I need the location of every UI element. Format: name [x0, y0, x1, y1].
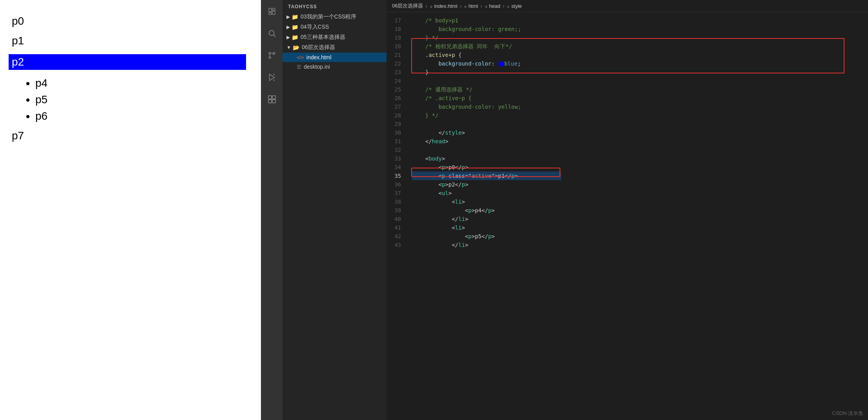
- svg-rect-13: [272, 96, 275, 99]
- sidebar: TAOHYCSS ▶ 📁 03我的第一个CSS程序 ▶ 📁 04导入CSS ▶ …: [283, 0, 387, 420]
- svg-rect-2: [272, 11, 275, 15]
- folder-label: 03我的第一个CSS程序: [301, 13, 356, 20]
- preview-p5: p5: [35, 93, 249, 106]
- svg-rect-0: [269, 8, 272, 12]
- line-26: 26: [394, 94, 401, 102]
- line-31: 31: [394, 137, 401, 146]
- code-area[interactable]: 17 18 19 20 21 22 23 24 25 26 27 28 29 3…: [387, 12, 868, 420]
- breadcrumb: 06层次选择器 › ⬦ index.html › ⬦ html › ⬦ head…: [387, 0, 868, 12]
- code-line-25: /* 通用选择器 */: [412, 85, 868, 94]
- svg-rect-14: [268, 100, 271, 103]
- code-line-32: [412, 146, 868, 154]
- code-line-20: /* 相邻兄弟选择器 同年 向下*/: [412, 42, 868, 51]
- line-21: 21: [394, 51, 401, 59]
- activity-bar: [261, 0, 283, 420]
- preview-p7: p7: [12, 130, 249, 142]
- svg-rect-1: [272, 8, 275, 10]
- folder-arrow: ▶: [286, 14, 290, 20]
- file-label: index.html: [306, 54, 332, 60]
- line-25: 25: [394, 85, 401, 94]
- source-control-icon[interactable]: [264, 48, 279, 63]
- preview-ul: p4 p5 p6: [35, 77, 249, 122]
- svg-point-4: [269, 31, 274, 36]
- file-label: desktop.ini: [304, 64, 330, 70]
- preview-p6: p6: [35, 110, 249, 122]
- svg-rect-12: [268, 96, 271, 99]
- html-file-icon: </>: [297, 55, 304, 60]
- line-29: 29: [394, 120, 401, 128]
- search-icon[interactable]: [264, 26, 279, 41]
- code-line-39: <p>p4</p>: [412, 206, 868, 215]
- line-41: 41: [394, 223, 401, 232]
- code-line-27: background-color: yellow;: [412, 102, 868, 111]
- line-32: 32: [394, 146, 401, 154]
- code-line-21: .active+p {: [412, 51, 868, 59]
- svg-marker-9: [269, 74, 274, 81]
- preview-p1: p1: [12, 35, 249, 47]
- svg-rect-15: [272, 100, 275, 103]
- folder-arrow-open: ▼: [286, 45, 291, 50]
- line-17: 17: [394, 16, 401, 25]
- code-line-24: [412, 77, 868, 85]
- line-43: 43: [394, 241, 401, 249]
- breadcrumb-sep-3: ›: [480, 3, 482, 9]
- preview-p4: p4: [35, 77, 249, 89]
- code-line-23: }: [412, 68, 868, 77]
- breadcrumb-sep-2: ›: [460, 3, 461, 9]
- preview-p0: p0: [12, 15, 249, 27]
- code-line-35: <p class="active">p1</p>: [412, 172, 561, 180]
- line-33: 33: [394, 154, 401, 163]
- line-27: 27: [394, 102, 401, 111]
- line-40: 40: [394, 215, 401, 223]
- sidebar-folder-06[interactable]: ▼ 📂 06层次选择器: [283, 42, 387, 53]
- sidebar-folder-04[interactable]: ▶ 📁 04导入CSS: [283, 22, 387, 32]
- code-line-42: <p>p5</p>: [412, 232, 868, 241]
- line-18: 18: [394, 25, 401, 33]
- extensions-icon[interactable]: [264, 92, 279, 107]
- breadcrumb-part-4: ⬦ head: [485, 3, 501, 9]
- code-line-17: /* body>p1: [412, 16, 868, 25]
- file-desktop-ini[interactable]: ☰ desktop.ini: [283, 62, 387, 71]
- svg-point-6: [269, 52, 271, 54]
- breadcrumb-part-1: 06层次选择器: [392, 2, 423, 9]
- code-line-38: <li>: [412, 197, 868, 206]
- folder-open-icon: 📂: [293, 44, 299, 51]
- preview-p2: p2: [9, 54, 246, 70]
- line-36: 36: [394, 180, 401, 189]
- breadcrumb-sep-4: ›: [503, 3, 504, 9]
- code-line-22: background-color: blue;: [412, 59, 868, 68]
- line-20: 20: [394, 42, 401, 51]
- code-line-28: } */: [412, 111, 868, 120]
- breadcrumb-part-3: ⬦ html: [464, 3, 478, 9]
- line-numbers: 17 18 19 20 21 22 23 24 25 26 27 28 29 3…: [387, 12, 408, 420]
- line-35: 35: [394, 172, 401, 180]
- folder-icon: 📁: [292, 14, 298, 20]
- editor: 06层次选择器 › ⬦ index.html › ⬦ html › ⬦ head…: [387, 0, 868, 420]
- line-42: 42: [394, 232, 401, 241]
- code-content[interactable]: /* body>p1 background-color: green;; } *…: [408, 12, 868, 420]
- breadcrumb-part-2: ⬦ index.html: [430, 3, 458, 9]
- sidebar-folder-03[interactable]: ▶ 📁 03我的第一个CSS程序: [283, 12, 387, 22]
- watermark: CSDN·淡水鱼: [832, 410, 863, 417]
- code-line-34: <p>p0</p>: [412, 163, 868, 172]
- code-line-37: <ul>: [412, 189, 868, 197]
- code-line-18: background-color: green;;: [412, 25, 868, 33]
- code-line-29: [412, 120, 868, 128]
- folder-label: 05三种基本选择器: [301, 34, 345, 41]
- sidebar-folder-05[interactable]: ▶ 📁 05三种基本选择器: [283, 32, 387, 42]
- svg-line-5: [274, 35, 275, 37]
- line-37: 37: [394, 189, 401, 197]
- line-38: 38: [394, 197, 401, 206]
- breadcrumb-part-5: ⬦ style: [507, 3, 522, 9]
- folder-icon: 📁: [292, 24, 298, 30]
- code-line-19: } */: [412, 33, 868, 42]
- line-28: 28: [394, 111, 401, 120]
- code-line-40: </li>: [412, 215, 868, 223]
- file-index-html[interactable]: </> index.html: [283, 53, 387, 62]
- run-icon[interactable]: [264, 70, 279, 85]
- ini-file-icon: ☰: [297, 64, 301, 70]
- code-line-41: <li>: [412, 223, 868, 232]
- explorer-icon[interactable]: [264, 4, 279, 19]
- code-line-26: /* .active~p {: [412, 94, 868, 102]
- code-line-43: </li>: [412, 241, 868, 249]
